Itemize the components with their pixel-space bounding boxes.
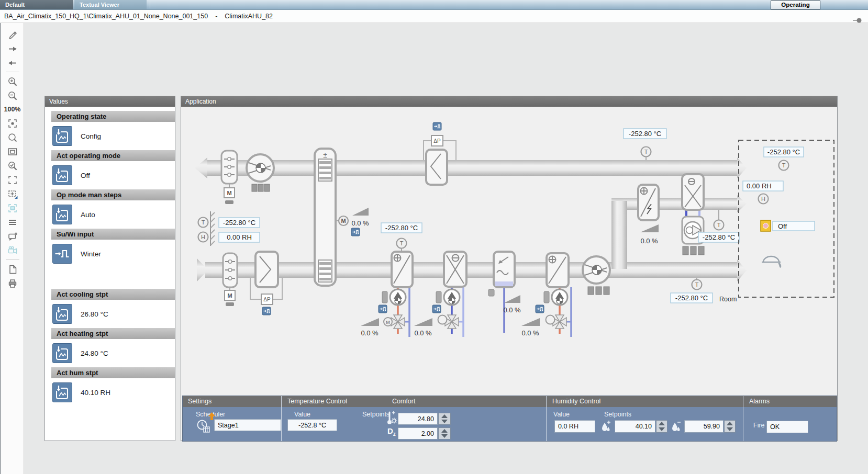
tab-default[interactable]: Default	[0, 0, 73, 9]
svg-text:M: M	[341, 218, 346, 224]
svg-text:-252.80 °C: -252.80 °C	[703, 233, 735, 241]
svg-text:T: T	[400, 240, 404, 246]
forward-arrow-icon[interactable]	[4, 41, 21, 55]
select-area-icon[interactable]	[4, 173, 21, 187]
extract-duct	[195, 157, 747, 178]
value-item-label: Auto	[81, 211, 95, 219]
pen-icon[interactable]	[4, 27, 21, 41]
scheduler-field[interactable]: Stage1	[214, 419, 281, 431]
analog-value-icon[interactable]	[52, 165, 72, 185]
dehumidify-setpoint-icon	[671, 420, 682, 433]
zoom-in-icon[interactable]	[4, 74, 21, 88]
svg-text:-252.80 °C: -252.80 °C	[675, 294, 708, 302]
analog-value-icon[interactable]	[52, 343, 72, 363]
breadcrumb-title: ClimatixAHU_82	[225, 13, 273, 20]
reheater-pump-icon[interactable]	[552, 289, 567, 305]
recirc-supply-temp-sensor: T -252.80 °C	[698, 210, 739, 242]
analog-value-icon[interactable]	[52, 382, 72, 402]
value-item-act-heating-stpt[interactable]: 24.80 °C	[52, 343, 175, 363]
filter-dp-setpoint-icon[interactable]	[433, 122, 441, 130]
zoom-check-icon[interactable]	[4, 159, 21, 173]
hum-low-setpoint-spinner[interactable]	[656, 420, 667, 433]
heating-pump-icon[interactable]	[390, 289, 406, 305]
supply-damper[interactable]: M	[223, 253, 237, 306]
fit-view-icon[interactable]	[4, 144, 21, 159]
value-item-act-operating-mode[interactable]: Off	[52, 165, 175, 185]
value-item-label: 24.80 °C	[81, 349, 108, 357]
comment-icon[interactable]	[4, 229, 21, 243]
svg-text:T: T	[695, 281, 699, 288]
supply-fan[interactable]	[583, 256, 610, 295]
value-item-op-mode-man-steps[interactable]: Auto	[52, 205, 175, 224]
heat-recovery-setpoint-icon[interactable]	[351, 228, 360, 236]
svg-text:ΔP: ΔP	[433, 138, 441, 144]
screen: Default Textual Viewer Operating BA_Air_…	[0, 0, 868, 474]
hum-setpoints-label: Setpoints	[604, 411, 631, 418]
electric-heater[interactable]: 0.0 %	[638, 185, 659, 245]
reheater-valve-pos: 0.0 %	[521, 329, 539, 337]
zoom-out-icon[interactable]	[4, 88, 21, 103]
group-header-act-hum-stpt: Act hum stpt	[51, 367, 175, 378]
application-panel: Application	[181, 96, 838, 441]
highlight-region-icon[interactable]	[4, 201, 21, 215]
heating-valve-icon[interactable]	[391, 315, 405, 329]
tab-separator	[150, 1, 150, 8]
recirc-heat-exchanger[interactable]	[682, 174, 704, 255]
extract-damper[interactable]: M	[221, 151, 237, 204]
breadcrumb-path: BA_Air_Climatix_150_HQ_1\Climatix_AHU_01…	[4, 13, 208, 20]
analog-value-icon[interactable]	[52, 126, 72, 146]
svg-text:0.00 RH: 0.00 RH	[747, 182, 772, 190]
value-item-act-cooling-stpt[interactable]: 26.80 °C	[52, 304, 175, 324]
cooling-pump-icon[interactable]	[444, 289, 460, 305]
print-icon[interactable]	[4, 276, 21, 290]
pin-icon[interactable]	[852, 17, 863, 24]
comfort-setpoint-field[interactable]: 24.80	[398, 413, 438, 425]
group-header-act-operating-mode: Act operating mode	[51, 150, 175, 161]
hum-low-setpoint-field[interactable]: 40.10	[615, 420, 655, 433]
value-item-label: Off	[81, 172, 90, 179]
tab-bar: Default Textual Viewer Operating	[0, 0, 868, 10]
reheater-valve-icon[interactable]	[553, 315, 566, 329]
hum-high-setpoint-field[interactable]: 59.90	[684, 420, 724, 433]
pan-region-icon[interactable]	[4, 187, 21, 201]
temp-value-field[interactable]: -252.8 °C	[287, 419, 337, 431]
analog-value-icon[interactable]	[52, 304, 72, 324]
operating-mode-button[interactable]: Operating	[771, 1, 820, 9]
back-arrow-icon[interactable]	[4, 55, 21, 70]
center-view-icon[interactable]	[4, 116, 21, 130]
deadzone-setpoint-field[interactable]: 2.00	[398, 427, 438, 439]
supply-filter[interactable]: ΔP	[250, 252, 282, 315]
extract-fan[interactable]	[247, 154, 274, 191]
fire-alarm-field[interactable]: OK	[766, 421, 808, 433]
value-item-suwi-input[interactable]: Winter	[52, 244, 175, 264]
value-item-act-hum-stpt[interactable]: 40.10 RH	[52, 382, 175, 402]
svg-text:0.00 RH: 0.00 RH	[227, 233, 252, 241]
tab-textual-viewer[interactable]: Textual Viewer	[74, 0, 147, 9]
deadzone-setpoint-spinner[interactable]	[438, 427, 451, 439]
filter-dp-setpoint-icon[interactable]	[262, 307, 271, 315]
hum-value-field[interactable]: 0.0 RH	[554, 420, 595, 433]
value-item-operating-state[interactable]: Config	[52, 126, 175, 146]
camera-icon[interactable]	[4, 243, 21, 257]
settings-header: Settings	[188, 396, 212, 407]
control-panel: Settings Temperature Control Comfort Hum…	[182, 396, 837, 442]
binary-value-icon[interactable]	[52, 244, 72, 264]
svg-text:ΔP: ΔP	[263, 297, 271, 302]
comfort-setpoint-spinner[interactable]	[438, 413, 451, 425]
comfort-heating-setpoint-icon	[386, 410, 398, 426]
extract-air-temp-sensor: T -252.80 °C	[624, 129, 666, 160]
hum-high-setpoint-spinner[interactable]	[724, 420, 736, 433]
magnifier-icon[interactable]	[4, 130, 21, 144]
group-header-operating-state: Operating state	[51, 111, 175, 122]
temperature-header: Temperature Control	[287, 396, 347, 407]
cooling-setpoint-icon[interactable]	[432, 305, 441, 313]
heating-setpoint-icon[interactable]	[379, 305, 387, 313]
page-icon[interactable]	[4, 262, 21, 276]
reheater-setpoint-icon[interactable]	[536, 305, 544, 313]
cooling-valve-icon[interactable]	[445, 315, 459, 329]
analog-value-icon[interactable]	[52, 205, 72, 224]
menu-lines-icon[interactable]	[4, 215, 21, 229]
group-header-act-cooling-stpt: Act cooling stpt	[51, 289, 175, 300]
group-header-act-heating-stpt: Act heating stpt	[51, 328, 175, 339]
smoke-detector-icon	[762, 256, 781, 268]
